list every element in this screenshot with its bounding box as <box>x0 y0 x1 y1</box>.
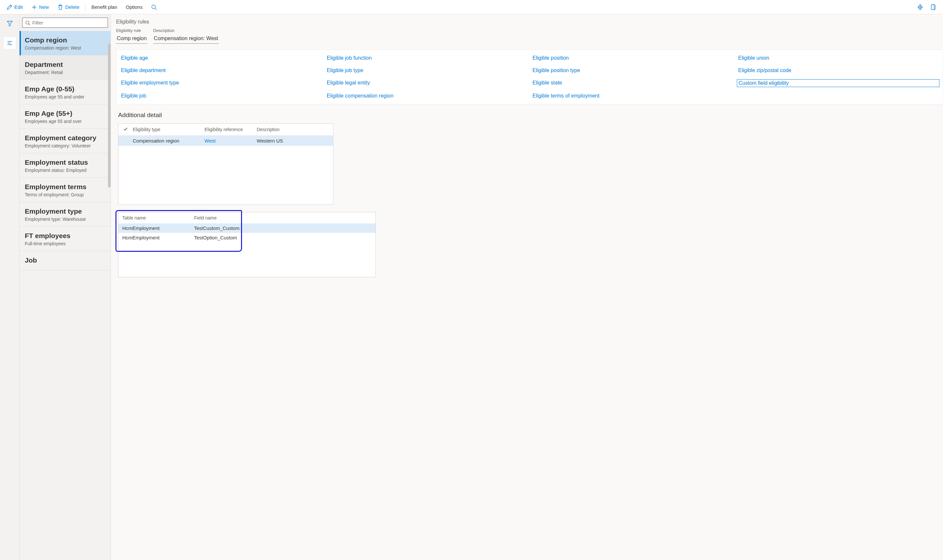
check-column-header[interactable] <box>118 127 131 132</box>
list-item-title: Job <box>25 256 105 264</box>
list-item[interactable]: Employment type Employment type: Warehou… <box>20 202 111 227</box>
search-icon <box>25 20 30 25</box>
list-item[interactable]: Emp Age (0-55) Employees age 55 and unde… <box>20 80 111 105</box>
office-icon[interactable] <box>930 4 937 11</box>
scrollbar-thumb[interactable] <box>108 44 111 187</box>
eligible-job-link[interactable]: Eligible job <box>120 92 322 100</box>
edit-icon <box>6 4 12 10</box>
list-item-desc: Employees age 55 and over <box>25 119 105 124</box>
cell-eligibility-type: Compensation region <box>131 138 203 143</box>
cell-field-name: TestCustom_Custom <box>194 225 372 231</box>
edit-button[interactable]: Edit <box>3 2 27 12</box>
list-item-desc: Department: Retail <box>25 70 105 75</box>
grid-header: Table name Field name <box>118 212 375 223</box>
list-item-desc: Terms of employment: Group <box>25 192 105 197</box>
filter-input-container[interactable] <box>22 18 108 28</box>
list-item-desc: Employment category: Volunteer <box>25 143 105 148</box>
grid-header: Eligibility type Eligibility reference D… <box>118 124 333 136</box>
eligible-union-link[interactable]: Eligible union <box>737 54 939 62</box>
eligible-state-link[interactable]: Eligible state <box>531 79 734 87</box>
list-item-title: Emp Age (55+) <box>25 109 105 117</box>
eligible-job-type-link[interactable]: Eligible job type <box>326 67 528 74</box>
custom-field-eligibility-link[interactable]: Custom field eligibility <box>737 79 939 87</box>
eligible-department-link[interactable]: Eligible department <box>120 67 322 74</box>
list-item-desc: Employment type: Warehouse <box>25 217 105 222</box>
left-rail <box>0 14 20 560</box>
eligibility-rule-list[interactable]: Comp region Compensation region: West De… <box>20 31 111 560</box>
eligible-legal-entity-link[interactable]: Eligible legal entity <box>326 79 528 87</box>
sidebar: Comp region Compensation region: West De… <box>20 14 111 560</box>
grid-row[interactable]: HcmEmployment TestOption_Custom <box>118 233 375 242</box>
cell-field-name: TestOption_Custom <box>194 235 372 240</box>
new-button[interactable]: New <box>28 2 53 12</box>
list-item[interactable]: Emp Age (55+) Employees age 55 and over <box>20 105 111 129</box>
list-item-title: Employment status <box>25 158 105 166</box>
section-title: Eligibility rules <box>115 19 943 25</box>
eligible-terms-employment-link[interactable]: Eligible terms of employment <box>531 92 734 100</box>
eligibility-rule-field: Eligibility rule Comp region <box>116 28 148 44</box>
list-item-desc: Employment status: Employed <box>25 168 105 173</box>
list-item-title: Employment type <box>25 208 105 215</box>
list-item[interactable]: Job <box>20 251 111 271</box>
list-item-desc: Full-time employees <box>25 241 105 246</box>
eligible-position-type-link[interactable]: Eligible position type <box>531 67 734 74</box>
cell-table-name: HcmEmployment <box>122 225 194 231</box>
list-item-title: Employment terms <box>25 183 105 191</box>
list-item[interactable]: FT employees Full-time employees <box>20 227 111 251</box>
edit-label: Edit <box>14 4 23 10</box>
additional-detail-heading: Additional detail <box>115 105 943 123</box>
eligible-position-link[interactable]: Eligible position <box>531 54 734 62</box>
eligible-compensation-region-link[interactable]: Eligible compensation region <box>326 92 528 100</box>
list-item[interactable]: Comp region Compensation region: West <box>20 31 111 55</box>
svg-point-1 <box>26 21 29 24</box>
field-label: Description <box>153 28 219 33</box>
benefit-plan-button[interactable]: Benefit plan <box>88 2 121 12</box>
list-item[interactable]: Employment terms Terms of employment: Gr… <box>20 178 111 202</box>
list-item-desc: Compensation region: West <box>25 45 105 51</box>
toolbar: Edit New Delete Benefit plan Options <box>0 0 943 14</box>
field-value[interactable]: Comp region <box>116 34 148 44</box>
list-item-title: Employment category <box>25 134 105 142</box>
list-item[interactable]: Employment category Employment category:… <box>20 129 111 153</box>
search-icon <box>151 4 157 10</box>
eligibility-detail-grid[interactable]: Eligibility type Eligibility reference D… <box>118 123 333 205</box>
list-item[interactable]: Department Department: Retail <box>20 55 111 80</box>
list-item-title: Department <box>25 61 105 69</box>
options-button[interactable]: Options <box>122 2 146 12</box>
benefit-plan-label: Benefit plan <box>91 4 117 10</box>
filter-input[interactable] <box>32 20 105 25</box>
plus-icon <box>31 4 37 10</box>
funnel-filter-button[interactable] <box>4 18 15 29</box>
header-fields: Eligibility rule Comp region Description… <box>115 28 943 44</box>
list-item-desc: Employees age 55 and under <box>25 94 105 100</box>
options-label: Options <box>126 4 143 10</box>
col-eligibility-reference[interactable]: Eligibility reference <box>203 127 255 132</box>
trash-icon <box>57 4 63 10</box>
eligible-job-function-link[interactable]: Eligible job function <box>326 54 528 62</box>
grid-row[interactable]: Compensation region West Western US <box>118 136 333 146</box>
eligible-employment-type-link[interactable]: Eligible employment type <box>120 79 322 87</box>
description-field: Description Compensation region: West <box>153 28 219 44</box>
col-table-name[interactable]: Table name <box>122 215 194 220</box>
custom-field-grid[interactable]: Table name Field name HcmEmployment Test… <box>118 212 376 277</box>
field-value[interactable]: Compensation region: West <box>153 34 219 44</box>
eligible-age-link[interactable]: Eligible age <box>120 54 322 62</box>
eligibility-links-panel: Eligible age Eligible job function Eligi… <box>116 49 943 105</box>
col-description[interactable]: Description <box>255 127 333 132</box>
search-button[interactable] <box>147 2 161 12</box>
cell-eligibility-reference[interactable]: West <box>203 138 255 143</box>
list-view-button[interactable] <box>4 37 15 49</box>
list-item-title: Comp region <box>25 36 105 44</box>
cell-description: Western US <box>255 138 333 143</box>
list-item-title: FT employees <box>25 232 105 240</box>
main-content: Eligibility rules Eligibility rule Comp … <box>111 14 943 560</box>
eligible-zip-link[interactable]: Eligible zip/postal code <box>737 67 939 74</box>
cell-table-name: HcmEmployment <box>122 235 194 240</box>
col-field-name[interactable]: Field name <box>194 215 372 220</box>
grid-row[interactable]: HcmEmployment TestCustom_Custom <box>118 223 375 233</box>
list-item[interactable]: Employment status Employment status: Emp… <box>20 153 111 178</box>
diamond-icon[interactable] <box>917 4 923 11</box>
list-item-title: Emp Age (0-55) <box>25 85 105 93</box>
delete-button[interactable]: Delete <box>54 2 83 12</box>
col-eligibility-type[interactable]: Eligibility type <box>131 127 203 132</box>
